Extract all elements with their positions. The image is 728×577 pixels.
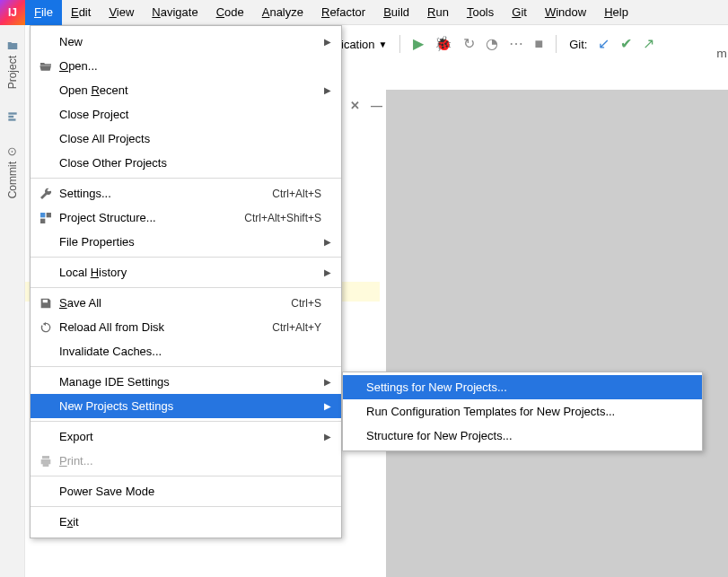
menu-item-shortcut: Ctrl+Alt+Shift+S — [244, 212, 321, 224]
debug-icon[interactable]: 🐞 — [434, 37, 452, 51]
git-commit-icon[interactable]: ✔ — [620, 37, 632, 51]
menu-item-shortcut: Ctrl+Alt+Y — [272, 321, 321, 334]
app-icon: IJ — [0, 0, 25, 25]
submenu-arrow-icon: ▶ — [321, 37, 334, 47]
menu-item-label: Settings... — [56, 187, 272, 200]
print-icon — [36, 454, 56, 468]
submenu-arrow-icon: ▶ — [321, 267, 334, 277]
menu-item-manage-ide-settings[interactable]: Manage IDE Settings▶ — [31, 370, 341, 394]
minimize-icon[interactable]: — — [371, 99, 382, 112]
submenu-item-settings-for-new-projects[interactable]: Settings for New Projects... — [343, 375, 702, 399]
menubar-item-code[interactable]: Code — [207, 0, 253, 25]
menu-item-reload-all-from-disk[interactable]: Reload All from DiskCtrl+Alt+Y — [31, 315, 341, 339]
menu-item-label: New Projects Settings — [56, 399, 321, 413]
menu-item-settings[interactable]: Settings...Ctrl+Alt+S — [31, 181, 341, 205]
menu-separator — [31, 366, 341, 367]
menu-item-invalidate-caches[interactable]: Invalidate Caches... — [31, 339, 341, 363]
submenu-item-run-configuration-templates-for-new-projects[interactable]: Run Configuration Templates for New Proj… — [343, 399, 702, 424]
project-label: Project — [6, 56, 19, 89]
menu-item-shortcut: Ctrl+Alt+S — [272, 188, 321, 200]
run-config-dropdown[interactable]: ication ▼ — [341, 38, 387, 51]
menu-item-close-other-projects[interactable]: Close Other Projects — [31, 151, 341, 175]
profile-icon[interactable]: ◔ — [486, 37, 498, 51]
menu-item-project-structure[interactable]: Project Structure...Ctrl+Alt+Shift+S — [31, 205, 341, 230]
svg-rect-2 — [8, 119, 15, 121]
coverage-icon[interactable]: ↻ — [463, 37, 475, 51]
menu-item-label: Power Save Mode — [56, 485, 321, 498]
submenu-item-label: Structure for New Projects... — [363, 429, 695, 442]
svg-rect-5 — [40, 218, 45, 223]
menu-item-label: Save All — [56, 296, 291, 310]
menu-item-exit[interactable]: Exit — [31, 510, 341, 534]
commit-label: Commit — [6, 162, 19, 198]
menubar-item-label: Navigate — [152, 5, 197, 19]
menu-item-file-properties[interactable]: File Properties▶ — [31, 230, 341, 254]
wrench-icon — [36, 187, 56, 201]
menu-item-shortcut: Ctrl+S — [291, 297, 321, 310]
submenu-arrow-icon: ▶ — [321, 377, 334, 387]
git-update-icon[interactable]: ↙ — [598, 37, 610, 51]
menubar-item-label: Window — [545, 5, 586, 19]
menu-item-label: Print... — [56, 454, 321, 468]
menu-item-open[interactable]: Open... — [31, 54, 341, 78]
submenu-arrow-icon: ▶ — [321, 432, 334, 441]
git-push-icon[interactable]: ↗ — [643, 37, 654, 51]
menubar-item-label: Tools — [467, 5, 494, 19]
menubar-item-analyze[interactable]: Analyze — [253, 0, 312, 25]
toolbar-separator — [556, 35, 557, 53]
run-config-label: ication — [341, 38, 375, 51]
menu-item-open-recent[interactable]: Open Recent▶ — [31, 78, 341, 102]
menu-item-new-projects-settings[interactable]: New Projects Settings▶ — [31, 394, 341, 418]
structure-icon[interactable] — [6, 110, 19, 123]
menubar-item-navigate[interactable]: Navigate — [143, 0, 206, 25]
attach-icon[interactable]: ⋯ — [509, 37, 523, 51]
close-icon[interactable]: ✕ — [350, 99, 360, 112]
menubar-item-edit[interactable]: Edit — [62, 0, 100, 25]
svg-rect-4 — [47, 213, 51, 217]
menubar-item-label: View — [109, 5, 134, 19]
menubar-item-tools[interactable]: Tools — [458, 0, 503, 25]
menubar-item-git[interactable]: Git — [503, 0, 536, 25]
svg-rect-3 — [40, 213, 45, 217]
menu-item-label: Exit — [56, 515, 321, 529]
menubar-item-run[interactable]: Run — [418, 0, 458, 25]
menu-item-local-history[interactable]: Local History▶ — [31, 260, 341, 284]
save-icon — [36, 296, 56, 310]
toolbar: ication ▼ ▶ 🐞 ↻ ◔ ⋯ ■ Git: ↙ ✔ ↗ — [341, 31, 654, 57]
menu-item-label: New — [56, 35, 321, 48]
menubar-item-window[interactable]: Window — [536, 0, 595, 25]
submenu-item-structure-for-new-projects[interactable]: Structure for New Projects... — [343, 424, 702, 448]
menu-item-label: Open... — [56, 59, 321, 73]
menu-separator — [31, 476, 341, 476]
menu-item-close-project[interactable]: Close Project — [31, 102, 341, 127]
commit-tool-button[interactable]: ⊙ Commit — [6, 144, 19, 198]
svg-rect-0 — [8, 113, 16, 115]
menu-item-label: Close Other Projects — [56, 156, 321, 170]
menu-separator — [31, 257, 341, 258]
menubar-item-help[interactable]: Help — [595, 0, 637, 25]
folder-icon — [6, 39, 19, 52]
menu-item-power-save-mode[interactable]: Power Save Mode — [31, 479, 341, 503]
menubar-item-view[interactable]: View — [100, 0, 143, 25]
menubar-item-file[interactable]: File — [25, 0, 62, 25]
menu-item-save-all[interactable]: Save AllCtrl+S — [31, 291, 341, 315]
submenu-item-label: Run Configuration Templates for New Proj… — [363, 405, 695, 418]
file-menu-dropdown: New▶Open...Open Recent▶Close ProjectClos… — [30, 25, 342, 538]
submenu-arrow-icon: ▶ — [321, 237, 334, 247]
menu-item-label: Manage IDE Settings — [56, 375, 321, 389]
menubar-item-refactor[interactable]: Refactor — [312, 0, 374, 25]
menu-item-close-all-projects[interactable]: Close All Projects — [31, 127, 341, 151]
menubar-item-build[interactable]: Build — [374, 0, 418, 25]
svg-rect-1 — [8, 116, 13, 118]
project-tool-button[interactable]: Project — [6, 39, 19, 89]
menubar-item-label: Build — [383, 5, 409, 19]
stop-icon[interactable]: ■ — [534, 37, 543, 51]
menu-item-new[interactable]: New▶ — [31, 30, 341, 54]
menu-separator — [31, 506, 341, 507]
run-icon[interactable]: ▶ — [413, 37, 424, 51]
folder-open-icon — [36, 59, 56, 74]
menu-separator — [31, 421, 341, 422]
menu-item-export[interactable]: Export▶ — [31, 424, 341, 449]
toolbar-separator — [399, 35, 400, 53]
reload-icon — [36, 320, 56, 335]
